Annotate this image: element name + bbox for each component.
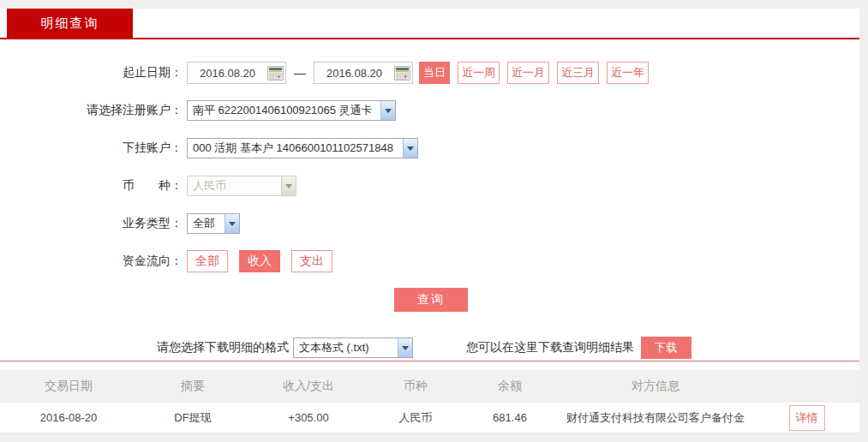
quick-range-today-button[interactable]: 当日 bbox=[419, 62, 450, 84]
register-account-row: 请选择注册账户： 南平 6222001406100921065 灵通卡 bbox=[0, 99, 859, 122]
currency-label: 币 种： bbox=[0, 178, 183, 194]
quick-range-quarter-button[interactable]: 近三月 bbox=[557, 62, 599, 84]
tab-label: 明细查询 bbox=[41, 15, 99, 32]
tab-detail-query[interactable]: 明细查询 bbox=[7, 9, 133, 38]
cell-currency: 人民币 bbox=[368, 410, 463, 426]
header-balance: 余额 bbox=[463, 379, 557, 394]
end-date-input[interactable]: 2016.08.20 bbox=[314, 62, 413, 84]
cell-summary: DF提现 bbox=[137, 410, 248, 426]
detail-button[interactable]: 详情 bbox=[789, 405, 825, 431]
query-form: 起止日期： 2016.08.20 bbox=[0, 39, 859, 433]
download-row: 请您选择下载明细的格式 文本格式 (.txt) 您可以在这里下载查询明细结果 下… bbox=[0, 337, 859, 359]
business-type-label: 业务类型： bbox=[0, 216, 183, 231]
fund-direction-income-button[interactable]: 收入 bbox=[239, 250, 280, 272]
register-account-value: 南平 6222001406100921065 灵通卡 bbox=[188, 103, 380, 118]
cell-date: 2016-08-20 bbox=[0, 411, 137, 424]
currency-row: 币 种： 人民币 bbox=[0, 175, 859, 197]
header-summary: 摘要 bbox=[137, 379, 248, 394]
quick-range-month-button[interactable]: 近一月 bbox=[507, 62, 549, 84]
download-button[interactable]: 下载 bbox=[641, 337, 691, 359]
business-type-select[interactable]: 全部 bbox=[187, 213, 240, 234]
business-type-row: 业务类型： 全部 bbox=[0, 212, 859, 235]
chevron-down-icon bbox=[398, 338, 412, 357]
date-range-row: 起止日期： 2016.08.20 bbox=[0, 62, 859, 84]
header-counterparty: 对方信息 bbox=[557, 379, 754, 394]
currency-value: 人民币 bbox=[188, 178, 281, 194]
fund-direction-label: 资金流向： bbox=[0, 254, 183, 269]
currency-select: 人民币 bbox=[187, 176, 296, 196]
header-currency: 币种 bbox=[368, 379, 463, 394]
chevron-down-icon bbox=[281, 176, 296, 195]
download-hint: 您可以在这里下载查询明细结果 bbox=[466, 340, 634, 355]
calendar-icon[interactable] bbox=[267, 66, 284, 81]
header-date: 交易日期 bbox=[0, 379, 137, 394]
end-date-value: 2016.08.20 bbox=[314, 67, 394, 80]
download-format-select[interactable]: 文本格式 (.txt) bbox=[293, 337, 413, 358]
fund-direction-all-button[interactable]: 全部 bbox=[187, 250, 228, 272]
start-date-input[interactable]: 2016.08.20 bbox=[187, 62, 286, 84]
date-separator: — bbox=[294, 66, 306, 80]
cell-counterparty: 财付通支付科技有限公司客户备付金 bbox=[557, 410, 754, 426]
calendar-icon[interactable] bbox=[394, 66, 410, 81]
fund-direction-expense-button[interactable]: 支出 bbox=[291, 250, 332, 272]
table-row: 2016-08-20 DF提现 +305.00 人民币 681.46 财付通支付… bbox=[0, 403, 859, 433]
download-format-label: 请您选择下载明细的格式 bbox=[157, 340, 289, 355]
date-range-label: 起止日期： bbox=[0, 65, 183, 81]
business-type-value: 全部 bbox=[188, 216, 224, 231]
fund-direction-row: 资金流向： 全部 收入 支出 bbox=[0, 250, 859, 272]
register-account-label: 请选择注册账户： bbox=[0, 103, 183, 118]
start-date-value: 2016.08.20 bbox=[188, 67, 267, 80]
cell-balance: 681.46 bbox=[463, 411, 557, 424]
sub-account-value: 000 活期 基本户 1406600101102571848 bbox=[188, 140, 403, 156]
chevron-down-icon bbox=[403, 139, 417, 158]
header-amount: 收入/支出 bbox=[248, 379, 368, 394]
register-account-select[interactable]: 南平 6222001406100921065 灵通卡 bbox=[187, 100, 396, 121]
query-button[interactable]: 查询 bbox=[394, 288, 468, 312]
download-format-value: 文本格式 (.txt) bbox=[294, 340, 398, 355]
sub-account-label: 下挂账户： bbox=[0, 140, 183, 156]
sub-account-row: 下挂账户： 000 活期 基本户 1406600101102571848 bbox=[0, 137, 859, 159]
quick-range-year-button[interactable]: 近一年 bbox=[607, 62, 649, 84]
quick-range-week-button[interactable]: 近一周 bbox=[458, 62, 500, 84]
table-top-divider bbox=[0, 361, 859, 361]
main-panel: 明细查询 起止日期： 2016.08.20 bbox=[0, 9, 859, 433]
cell-amount: +305.00 bbox=[248, 411, 368, 424]
table-header-row: 交易日期 摘要 收入/支出 币种 余额 对方信息 bbox=[0, 370, 859, 403]
chevron-down-icon bbox=[380, 101, 395, 120]
sub-account-select[interactable]: 000 活期 基本户 1406600101102571848 bbox=[187, 138, 418, 158]
chevron-down-icon bbox=[224, 214, 239, 233]
